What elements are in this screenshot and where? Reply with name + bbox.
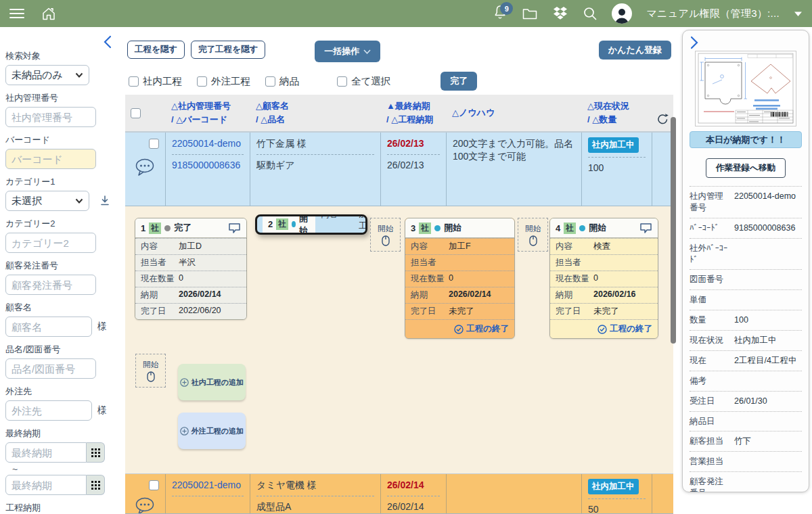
internal-tag: 社: [149, 223, 161, 234]
collapse-left-icon[interactable]: [103, 35, 112, 49]
check-circle-icon: [454, 325, 464, 334]
home-icon[interactable]: [41, 5, 57, 22]
checkbox[interactable]: [337, 76, 347, 87]
calendar-button[interactable]: [87, 442, 105, 463]
quantity: 50: [588, 504, 599, 514]
bulk-action-button[interactable]: 一括操作: [315, 41, 380, 62]
product-no-label: 品名/図面番号: [5, 344, 116, 356]
internal-no-input[interactable]: [5, 107, 96, 127]
row-checkbox[interactable]: [149, 139, 159, 149]
order-row[interactable]: 22050014-demo 9185000008636 竹下金属 様 駆動ギア …: [125, 133, 673, 206]
sort-status[interactable]: △現在状況 / △数量: [582, 95, 652, 131]
folder-icon[interactable]: [522, 6, 538, 21]
menu-icon[interactable]: [9, 9, 24, 18]
barcode-input[interactable]: [5, 149, 96, 169]
chevron-down-icon[interactable]: [794, 11, 803, 17]
refresh-icon[interactable]: [656, 113, 669, 126]
hide-process-button[interactable]: 工程を隠す: [127, 41, 185, 59]
barcode-link[interactable]: 9185000008636: [172, 160, 240, 170]
mouse-icon: [529, 235, 537, 246]
checkbox[interactable]: [129, 76, 139, 87]
detail-row: 社外ﾊﾞｰｺｰﾄﾞ: [690, 239, 802, 271]
process-card-4[interactable]: 4 社 開始 内容検査 担当者 現在数量0 納期2026/02/16 完了日未完…: [549, 218, 658, 339]
search-target-select[interactable]: 未納品のみ: [5, 65, 89, 85]
product-no-input[interactable]: [5, 358, 96, 379]
calendar-button[interactable]: [87, 475, 105, 495]
internal-no-link[interactable]: 22050014-demo: [172, 138, 241, 149]
final-due-label: 最終納期: [5, 427, 116, 440]
sort-due-date[interactable]: ▲最終納期 / △工程納期: [381, 95, 447, 131]
calendar-grid-icon: [91, 448, 100, 457]
collapse-right-icon[interactable]: [690, 36, 699, 49]
customer-name: 竹下金属 様: [256, 138, 307, 149]
process-card-2-selected[interactable]: 2 社 開始 内容加工E 担当者黒崎 現在数量0 納期2026/02/13 完了…: [255, 214, 367, 235]
comment-icon[interactable]: [639, 223, 652, 234]
checkbox[interactable]: [265, 76, 275, 87]
search-icon[interactable]: [583, 6, 597, 21]
sort-customer[interactable]: △顧客名 / △品名: [250, 95, 381, 131]
sort-knowhow[interactable]: △ノウハウ: [447, 95, 582, 131]
category1-select[interactable]: 未選択: [5, 191, 89, 211]
chevron-down-icon: [75, 72, 83, 78]
detail-row: ﾊﾞｰｺｰﾄﾞ9185000008636: [690, 218, 802, 239]
blueprint-thumbnail[interactable]: [695, 51, 796, 126]
vertical-scrollbar[interactable]: [671, 117, 676, 344]
end-process-link[interactable]: 工程の終了: [550, 319, 658, 338]
hide-done-process-button[interactable]: 完了工程を隠す: [191, 41, 265, 59]
mouse-icon: [382, 235, 390, 246]
outsourcer-input[interactable]: [5, 400, 92, 421]
customer-order-no-label: 顧客発注番号: [5, 260, 116, 272]
status-dot-start: [292, 221, 296, 227]
internal-tag: 社: [276, 218, 288, 230]
knowhow-cell: [447, 474, 582, 513]
detail-panel: 本日が納期です！！ 作業登録へ移動 社内管理番号22050014-demo ﾊﾞ…: [682, 30, 809, 492]
search-target-label: 検索対象: [5, 50, 116, 62]
done-button[interactable]: 完了: [441, 72, 477, 91]
process-due-label: 工程納期: [5, 502, 116, 514]
plus-circle-icon: [180, 378, 189, 387]
process-card-3[interactable]: 3 社 開始 内容加工F 担当者 現在数量0 納期2026/02/14 完了日未…: [405, 218, 515, 339]
select-all-header[interactable]: [125, 95, 166, 131]
end-process-link[interactable]: 工程の終了: [405, 319, 514, 338]
process-canvas: 1 社 完了 内容加工D 担当者半沢 現在数量0 納期2026/02/14 完了…: [125, 206, 673, 474]
customer-name: タミヤ電機 様: [256, 480, 317, 490]
internal-no-link[interactable]: 22050021-demo: [172, 480, 241, 490]
insert-process-dropzone[interactable]: 開始: [135, 354, 166, 388]
order-row[interactable]: 22050021-demo タミヤ電機 様 成型品A 26/02/14 26/0…: [125, 474, 673, 514]
customer-name-input[interactable]: [5, 317, 92, 337]
row-checkbox[interactable]: [149, 480, 159, 490]
comment-icon[interactable]: [134, 496, 156, 514]
move-to-work-register-button[interactable]: 作業登録へ移動: [706, 158, 786, 178]
easy-register-button[interactable]: かんたん登録: [599, 41, 671, 60]
product-name: 成型品A: [256, 501, 291, 512]
filter-delivery[interactable]: 納品: [265, 75, 299, 88]
filter-select-all[interactable]: 全て選択: [337, 75, 390, 88]
insert-process-dropzone[interactable]: 開始: [518, 218, 548, 252]
load-category-icon[interactable]: [100, 195, 110, 206]
avatar[interactable]: [612, 3, 632, 24]
comment-icon[interactable]: [134, 157, 156, 177]
notifications-button[interactable]: 9: [493, 4, 508, 23]
final-due-from-input[interactable]: [5, 442, 87, 463]
add-internal-process-button[interactable]: 社内工程の追加: [178, 364, 246, 400]
comment-icon[interactable]: [228, 223, 241, 234]
sort-internal-no[interactable]: △社内管理番号 / △バーコード: [166, 95, 250, 131]
add-external-process-button[interactable]: 外注工程の追加: [178, 413, 246, 449]
checkbox[interactable]: [131, 108, 141, 118]
insert-process-dropzone[interactable]: 開始: [370, 218, 401, 252]
status-badge: 社内加工中: [588, 137, 639, 153]
customer-order-no-input[interactable]: [5, 275, 96, 295]
final-due-to-input[interactable]: [5, 475, 87, 495]
user-role-label[interactable]: マニュアル権限（管理3）:...: [646, 7, 780, 20]
filter-internal-process[interactable]: 社内工程: [129, 75, 182, 88]
category2-input[interactable]: [5, 233, 96, 253]
filter-outsourced-process[interactable]: 外注工程: [197, 75, 250, 88]
status-dot-start: [579, 225, 585, 231]
process-card-1[interactable]: 1 社 完了 内容加工D 担当者半沢 現在数量0 納期2026/02/14 完了…: [135, 218, 247, 320]
category1-label: カテゴリー1: [5, 176, 116, 188]
checkbox[interactable]: [197, 76, 207, 87]
detail-row: 社内管理番号22050014-demo: [690, 187, 802, 218]
dropbox-icon[interactable]: [552, 6, 568, 21]
status-dot-done: [164, 225, 171, 231]
calendar-grid-icon: [91, 481, 100, 490]
